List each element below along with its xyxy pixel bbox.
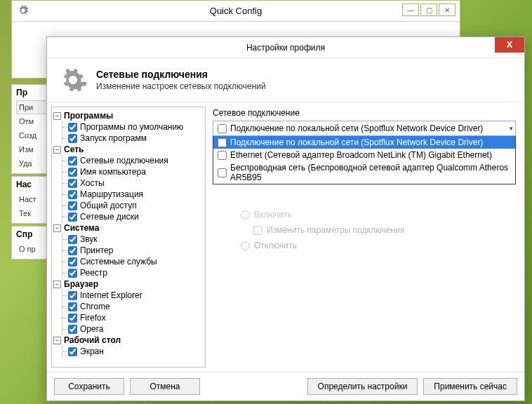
dialog-close-button[interactable]: X (495, 37, 524, 53)
profile-settings-dialog: Настройки профиля X Сетевые подключения … (46, 36, 525, 401)
tree-group-label: Сеть (64, 144, 84, 154)
tree-item[interactable]: Программы по умолчанию (62, 121, 204, 133)
dropdown-option[interactable]: Беспроводная сеть (Беспроводной сетевой … (213, 161, 515, 184)
tree-item-check[interactable] (68, 246, 77, 255)
backtab-item[interactable]: При (16, 100, 48, 114)
tree-group[interactable]: −Сеть (53, 144, 204, 155)
backtab-item[interactable]: Уда (16, 156, 48, 170)
tree-item-label: Звук (80, 234, 98, 244)
dialog-footer: Сохранить Отмена Определить настройки Пр… (47, 372, 524, 400)
dropdown-option-check[interactable] (218, 151, 227, 160)
tree-item-check[interactable] (68, 291, 77, 300)
settings-tree[interactable]: −ПрограммыПрограммы по умолчаниюЗапуск п… (51, 107, 206, 368)
gear-icon (18, 5, 29, 16)
tree-item-check[interactable] (68, 156, 77, 166)
backtab-item[interactable]: Наст (16, 192, 48, 206)
parent-titlebar: Quick Config — ▢ ✕ (12, 1, 460, 22)
tree-item-check[interactable] (68, 123, 77, 132)
dropdown-option-label: Ethernet (Сетевой адаптер Broadcom NetLi… (230, 150, 492, 160)
enable-radio (241, 210, 250, 220)
tree-item-check[interactable] (68, 269, 77, 278)
detect-settings-button[interactable]: Определить настройки (307, 378, 418, 395)
disable-radio (241, 241, 250, 250)
tree-group[interactable]: −Система (53, 222, 204, 234)
tree-item-label: Реестр (80, 268, 107, 278)
backtab-header: Пр (16, 88, 48, 97)
dropdown-option-check[interactable] (218, 168, 227, 177)
tree-item-check[interactable] (68, 179, 77, 188)
collapse-icon[interactable]: − (53, 281, 61, 288)
tree-group[interactable]: −Программы (53, 110, 204, 121)
disabled-options: Включить Изменить параметры подключения … (213, 207, 516, 253)
backtab-item[interactable]: Созд (16, 128, 48, 142)
maximize-button[interactable]: ▢ (420, 4, 437, 16)
tree-group[interactable]: −Браузер (53, 278, 204, 290)
tree-item-label: Имя компьютера (80, 167, 146, 177)
backtab-item[interactable]: О пр (16, 242, 48, 256)
tree-item-check[interactable] (68, 257, 77, 267)
tree-item[interactable]: Маршрутизация (62, 189, 204, 200)
tree-item-label: Маршрутизация (80, 189, 143, 199)
dropdown-option-check[interactable] (218, 138, 227, 147)
tree-item-check[interactable] (68, 235, 77, 244)
tree-item-check[interactable] (68, 134, 77, 143)
tree-item-check[interactable] (68, 347, 77, 356)
tree-item[interactable]: Opera (62, 323, 204, 335)
tree-group-label: Рабочий стол (64, 335, 121, 345)
modify-params-check (253, 226, 262, 235)
cancel-button[interactable]: Отмена (130, 378, 200, 395)
section-title: Сетевые подключения (96, 69, 266, 80)
backtab-item[interactable]: Тек (16, 206, 48, 220)
tree-item[interactable]: Имя компьютера (62, 166, 204, 177)
tree-item-check[interactable] (68, 201, 77, 210)
tree-item-check[interactable] (68, 213, 77, 222)
tree-item-label: Хосты (80, 178, 105, 188)
minimize-button[interactable]: — (402, 4, 419, 16)
chevron-down-icon: ▾ (510, 125, 513, 132)
tree-group[interactable]: −Рабочий стол (53, 335, 204, 346)
connection-combobox[interactable]: Подключение по локальной сети (Spotflux … (213, 121, 516, 136)
collapse-icon[interactable]: − (53, 112, 61, 120)
modify-params-label: Изменить параметры подключения (267, 225, 404, 235)
tree-group-label: Браузер (64, 279, 98, 289)
tree-item[interactable]: Internet Explorer (62, 290, 204, 301)
dropdown-option[interactable]: Ethernet (Сетевой адаптер Broadcom NetLi… (213, 149, 515, 161)
tree-item[interactable]: Хосты (62, 177, 204, 189)
tree-item[interactable]: Экран (62, 346, 204, 357)
tree-item-check[interactable] (68, 168, 77, 177)
collapse-icon[interactable]: − (53, 224, 61, 232)
tree-item-check[interactable] (68, 314, 77, 323)
backtab-item[interactable]: Изм (16, 142, 48, 156)
tree-item-label: Экран (80, 346, 104, 356)
tree-item-check[interactable] (68, 190, 77, 199)
tree-item[interactable]: Chrome (62, 301, 204, 312)
save-button[interactable]: Сохранить (54, 378, 124, 395)
tree-item[interactable]: Системные службы (62, 256, 204, 267)
disable-label: Отключить (254, 241, 297, 250)
tree-item-label: Opera (80, 324, 103, 334)
tree-item[interactable]: Общий доступ (62, 200, 204, 211)
parent-title: Quick Config (12, 1, 460, 22)
dropdown-option[interactable]: Подключение по локальной сети (Spotflux … (213, 136, 515, 149)
tree-item[interactable]: Сетевые диски (62, 211, 204, 222)
tree-item-check[interactable] (68, 325, 77, 334)
collapse-icon[interactable]: − (53, 337, 61, 344)
apply-now-button[interactable]: Применить сейчас (423, 378, 517, 395)
tree-item-check[interactable] (68, 302, 77, 311)
tree-item[interactable]: Принтер (62, 245, 204, 256)
tree-item[interactable]: Реестр (62, 267, 204, 278)
dialog-title: Настройки профиля (246, 43, 325, 53)
connection-selected-check[interactable] (218, 124, 227, 133)
connection-dropdown[interactable]: Подключение по локальной сети (Spotflux … (213, 136, 516, 184)
close-button[interactable]: ✕ (439, 4, 455, 16)
tree-item[interactable]: Звук (62, 234, 204, 245)
backtab-header: Нас (16, 180, 48, 189)
backtab-item[interactable]: Отм (16, 114, 48, 128)
gear-icon (58, 65, 88, 95)
tree-group-label: Программы (64, 111, 113, 121)
tree-item[interactable]: Сетевые подключения (62, 155, 204, 166)
tree-item[interactable]: Запуск программ (62, 133, 204, 144)
connection-label: Сетевое подключение (213, 108, 516, 118)
tree-item[interactable]: Firefox (62, 312, 204, 323)
collapse-icon[interactable]: − (53, 146, 61, 154)
